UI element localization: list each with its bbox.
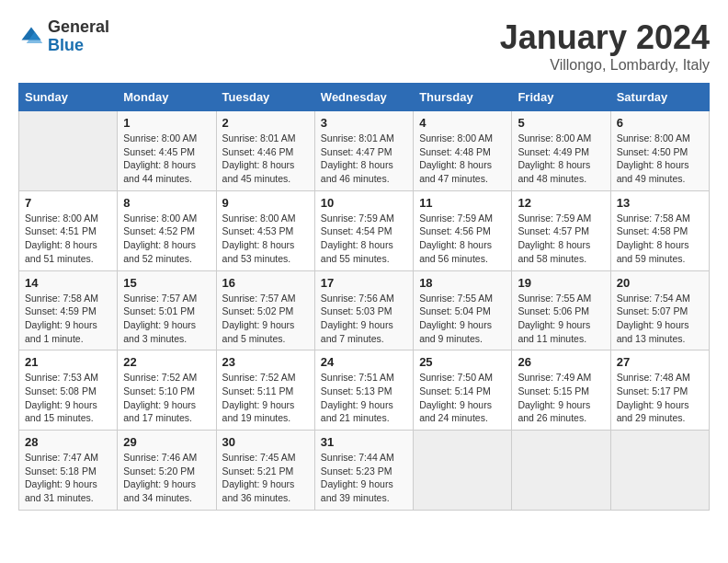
day-number: 5 bbox=[518, 116, 604, 130]
calendar-cell: 14Sunrise: 7:58 AMSunset: 4:59 PMDayligh… bbox=[19, 270, 118, 350]
week-row-3: 14Sunrise: 7:58 AMSunset: 4:59 PMDayligh… bbox=[19, 270, 710, 350]
calendar-cell: 13Sunrise: 7:58 AMSunset: 4:58 PMDayligh… bbox=[610, 190, 709, 270]
day-info: Sunrise: 7:53 AMSunset: 5:08 PMDaylight:… bbox=[25, 371, 111, 425]
day-number: 29 bbox=[123, 435, 210, 449]
day-info: Sunrise: 7:59 AMSunset: 4:57 PMDaylight:… bbox=[518, 212, 604, 266]
day-number: 23 bbox=[222, 355, 309, 369]
column-header-friday: Friday bbox=[512, 84, 610, 111]
day-info: Sunrise: 7:58 AMSunset: 4:59 PMDaylight:… bbox=[25, 292, 111, 346]
logo-text: General Blue bbox=[48, 18, 109, 55]
day-number: 24 bbox=[321, 355, 407, 369]
week-row-5: 28Sunrise: 7:47 AMSunset: 5:18 PMDayligh… bbox=[19, 431, 710, 511]
day-number: 11 bbox=[419, 196, 506, 210]
column-header-sunday: Sunday bbox=[19, 84, 118, 111]
logo-general-text: General bbox=[48, 18, 109, 37]
day-info: Sunrise: 7:46 AMSunset: 5:20 PMDaylight:… bbox=[123, 451, 210, 505]
day-number: 14 bbox=[25, 276, 111, 290]
week-row-4: 21Sunrise: 7:53 AMSunset: 5:08 PMDayligh… bbox=[19, 350, 710, 431]
calendar-cell: 30Sunrise: 7:45 AMSunset: 5:21 PMDayligh… bbox=[216, 431, 314, 511]
calendar-cell: 18Sunrise: 7:55 AMSunset: 5:04 PMDayligh… bbox=[414, 270, 512, 350]
calendar-cell: 26Sunrise: 7:49 AMSunset: 5:15 PMDayligh… bbox=[512, 350, 610, 431]
day-info: Sunrise: 7:59 AMSunset: 4:56 PMDaylight:… bbox=[419, 212, 506, 266]
calendar-subtitle: Villongo, Lombardy, Italy bbox=[500, 57, 710, 74]
day-info: Sunrise: 7:56 AMSunset: 5:03 PMDaylight:… bbox=[321, 292, 407, 346]
calendar-cell: 23Sunrise: 7:52 AMSunset: 5:11 PMDayligh… bbox=[216, 350, 314, 431]
column-header-monday: Monday bbox=[118, 84, 216, 111]
day-number: 9 bbox=[222, 196, 309, 210]
day-info: Sunrise: 7:57 AMSunset: 5:02 PMDaylight:… bbox=[222, 292, 309, 346]
day-number: 12 bbox=[518, 196, 604, 210]
header: General Blue January 2024 Villongo, Lomb… bbox=[18, 18, 710, 74]
day-info: Sunrise: 7:52 AMSunset: 5:10 PMDaylight:… bbox=[123, 371, 210, 425]
calendar-cell: 7Sunrise: 8:00 AMSunset: 4:51 PMDaylight… bbox=[19, 190, 118, 270]
calendar-cell bbox=[414, 431, 512, 511]
day-info: Sunrise: 7:58 AMSunset: 4:58 PMDaylight:… bbox=[617, 212, 703, 266]
day-number: 10 bbox=[321, 196, 407, 210]
day-number: 19 bbox=[518, 276, 604, 290]
column-header-thursday: Thursday bbox=[414, 84, 512, 111]
week-row-2: 7Sunrise: 8:00 AMSunset: 4:51 PMDaylight… bbox=[19, 190, 710, 270]
calendar-cell: 20Sunrise: 7:54 AMSunset: 5:07 PMDayligh… bbox=[610, 270, 709, 350]
calendar-cell: 1Sunrise: 8:00 AMSunset: 4:45 PMDaylight… bbox=[118, 111, 216, 191]
calendar-cell: 19Sunrise: 7:55 AMSunset: 5:06 PMDayligh… bbox=[512, 270, 610, 350]
calendar-cell: 22Sunrise: 7:52 AMSunset: 5:10 PMDayligh… bbox=[118, 350, 216, 431]
day-info: Sunrise: 8:00 AMSunset: 4:45 PMDaylight:… bbox=[123, 132, 210, 186]
calendar-cell: 25Sunrise: 7:50 AMSunset: 5:14 PMDayligh… bbox=[414, 350, 512, 431]
calendar-cell bbox=[19, 111, 118, 191]
calendar-title: January 2024 bbox=[500, 18, 710, 57]
day-number: 1 bbox=[123, 116, 210, 130]
day-number: 28 bbox=[25, 435, 111, 449]
calendar-cell: 17Sunrise: 7:56 AMSunset: 5:03 PMDayligh… bbox=[314, 270, 413, 350]
calendar-cell: 24Sunrise: 7:51 AMSunset: 5:13 PMDayligh… bbox=[314, 350, 413, 431]
day-info: Sunrise: 8:00 AMSunset: 4:49 PMDaylight:… bbox=[518, 132, 604, 186]
day-info: Sunrise: 8:01 AMSunset: 4:47 PMDaylight:… bbox=[321, 132, 407, 186]
day-number: 20 bbox=[617, 276, 703, 290]
day-number: 16 bbox=[222, 276, 309, 290]
day-number: 15 bbox=[123, 276, 210, 290]
calendar-cell: 2Sunrise: 8:01 AMSunset: 4:46 PMDaylight… bbox=[216, 111, 314, 191]
calendar-cell: 10Sunrise: 7:59 AMSunset: 4:54 PMDayligh… bbox=[314, 190, 413, 270]
day-number: 21 bbox=[25, 355, 111, 369]
calendar-cell: 31Sunrise: 7:44 AMSunset: 5:23 PMDayligh… bbox=[314, 431, 413, 511]
day-number: 4 bbox=[419, 116, 506, 130]
day-number: 18 bbox=[419, 276, 506, 290]
calendar-cell: 15Sunrise: 7:57 AMSunset: 5:01 PMDayligh… bbox=[118, 270, 216, 350]
day-info: Sunrise: 7:48 AMSunset: 5:17 PMDaylight:… bbox=[617, 371, 703, 425]
calendar-table: SundayMondayTuesdayWednesdayThursdayFrid… bbox=[18, 83, 710, 511]
day-number: 13 bbox=[617, 196, 703, 210]
logo-icon bbox=[18, 24, 44, 50]
day-info: Sunrise: 7:55 AMSunset: 5:04 PMDaylight:… bbox=[419, 292, 506, 346]
day-info: Sunrise: 7:49 AMSunset: 5:15 PMDaylight:… bbox=[518, 371, 604, 425]
calendar-cell: 16Sunrise: 7:57 AMSunset: 5:02 PMDayligh… bbox=[216, 270, 314, 350]
header-row: SundayMondayTuesdayWednesdayThursdayFrid… bbox=[19, 84, 710, 111]
day-number: 3 bbox=[321, 116, 407, 130]
calendar-cell: 8Sunrise: 8:00 AMSunset: 4:52 PMDaylight… bbox=[118, 190, 216, 270]
logo-blue-text: Blue bbox=[48, 37, 109, 55]
day-info: Sunrise: 8:00 AMSunset: 4:51 PMDaylight:… bbox=[25, 212, 111, 266]
day-info: Sunrise: 8:00 AMSunset: 4:50 PMDaylight:… bbox=[617, 132, 703, 186]
day-info: Sunrise: 7:52 AMSunset: 5:11 PMDaylight:… bbox=[222, 371, 309, 425]
day-number: 27 bbox=[617, 355, 703, 369]
day-info: Sunrise: 8:00 AMSunset: 4:52 PMDaylight:… bbox=[123, 212, 210, 266]
calendar-cell: 27Sunrise: 7:48 AMSunset: 5:17 PMDayligh… bbox=[610, 350, 709, 431]
day-info: Sunrise: 7:47 AMSunset: 5:18 PMDaylight:… bbox=[25, 451, 111, 505]
day-number: 22 bbox=[123, 355, 210, 369]
day-info: Sunrise: 8:01 AMSunset: 4:46 PMDaylight:… bbox=[222, 132, 309, 186]
day-number: 30 bbox=[222, 435, 309, 449]
day-number: 31 bbox=[321, 435, 407, 449]
day-info: Sunrise: 7:59 AMSunset: 4:54 PMDaylight:… bbox=[321, 212, 407, 266]
calendar-cell bbox=[610, 431, 709, 511]
calendar-cell: 28Sunrise: 7:47 AMSunset: 5:18 PMDayligh… bbox=[19, 431, 118, 511]
calendar-cell: 11Sunrise: 7:59 AMSunset: 4:56 PMDayligh… bbox=[414, 190, 512, 270]
calendar-cell bbox=[512, 431, 610, 511]
logo: General Blue bbox=[18, 18, 109, 55]
calendar-cell: 29Sunrise: 7:46 AMSunset: 5:20 PMDayligh… bbox=[118, 431, 216, 511]
column-header-saturday: Saturday bbox=[610, 84, 709, 111]
column-header-tuesday: Tuesday bbox=[216, 84, 314, 111]
calendar-cell: 9Sunrise: 8:00 AMSunset: 4:53 PMDaylight… bbox=[216, 190, 314, 270]
day-info: Sunrise: 7:50 AMSunset: 5:14 PMDaylight:… bbox=[419, 371, 506, 425]
day-number: 25 bbox=[419, 355, 506, 369]
calendar-cell: 5Sunrise: 8:00 AMSunset: 4:49 PMDaylight… bbox=[512, 111, 610, 191]
column-header-wednesday: Wednesday bbox=[314, 84, 413, 111]
calendar-cell: 6Sunrise: 8:00 AMSunset: 4:50 PMDaylight… bbox=[610, 111, 709, 191]
